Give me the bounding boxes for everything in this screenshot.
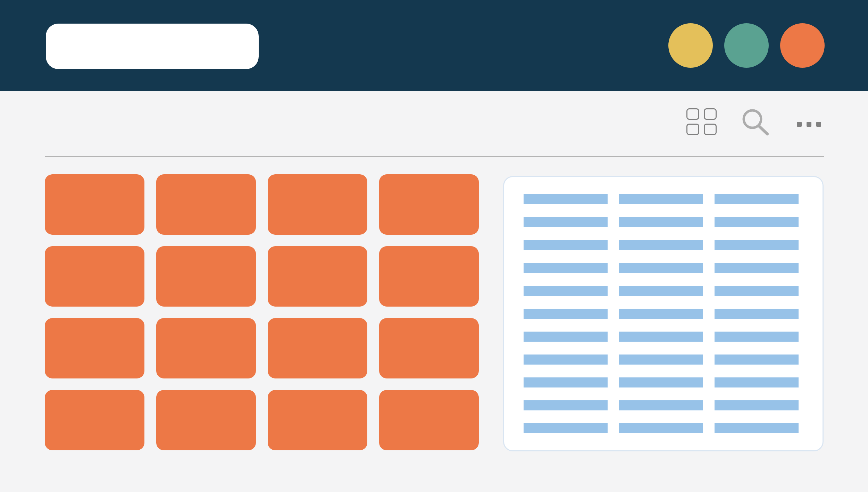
title-bar — [0, 0, 868, 91]
window-control-yellow[interactable] — [668, 23, 713, 68]
tile[interactable] — [268, 174, 367, 235]
ellipsis-dot — [816, 122, 821, 127]
grid-view-icon-cell — [704, 124, 717, 135]
tile-grid — [45, 174, 479, 450]
table-bar — [619, 194, 703, 204]
table-bar — [524, 355, 608, 365]
table-bar — [524, 217, 608, 227]
grid-view-icon-cell — [686, 108, 699, 120]
tile[interactable] — [156, 174, 256, 235]
table-bar — [715, 263, 799, 273]
address-bar[interactable] — [46, 24, 259, 69]
table-bar — [524, 240, 608, 250]
tile[interactable] — [45, 318, 144, 378]
table-bar — [619, 423, 703, 433]
table-bar — [524, 377, 608, 387]
table-bar — [715, 355, 799, 365]
grid-view-icon[interactable] — [686, 108, 717, 135]
table-bar — [715, 332, 799, 342]
tile[interactable] — [379, 174, 479, 235]
tile[interactable] — [45, 390, 144, 450]
tile[interactable] — [379, 318, 479, 378]
window-control-orange[interactable] — [780, 23, 825, 68]
table-bar — [715, 217, 799, 227]
table-bar-grid — [524, 194, 799, 433]
table-bar — [524, 309, 608, 319]
table-bar — [619, 309, 703, 319]
tile[interactable] — [268, 318, 367, 378]
table-bar — [619, 332, 703, 342]
table-bar — [715, 423, 799, 433]
tile[interactable] — [156, 246, 256, 307]
table-bar — [619, 217, 703, 227]
tile[interactable] — [379, 390, 479, 450]
table-bar — [619, 355, 703, 365]
table-bar — [715, 286, 799, 296]
table-bar — [715, 240, 799, 250]
grid-view-icon-cell — [686, 124, 699, 135]
table-bar — [524, 332, 608, 342]
table-bar — [619, 240, 703, 250]
table-bar — [524, 194, 608, 204]
browser-window — [0, 0, 868, 492]
ellipsis-dot — [807, 122, 811, 127]
table-bar — [524, 423, 608, 433]
grid-view-icon-cell — [704, 108, 717, 120]
tile[interactable] — [268, 390, 367, 450]
table-bar — [524, 400, 608, 410]
tile[interactable] — [45, 246, 144, 307]
table-bar — [619, 263, 703, 273]
ellipsis-dot — [797, 122, 802, 127]
table-bar — [715, 400, 799, 410]
table-bar — [619, 377, 703, 387]
table-bar — [524, 286, 608, 296]
toolbar-divider — [45, 156, 824, 157]
tile[interactable] — [45, 174, 144, 235]
table-card — [503, 176, 824, 451]
table-bar — [715, 377, 799, 387]
table-bar — [619, 286, 703, 296]
table-bar — [715, 309, 799, 319]
window-controls — [668, 23, 825, 68]
tile[interactable] — [156, 318, 256, 378]
table-bar — [715, 194, 799, 204]
ellipsis-icon[interactable] — [797, 122, 821, 127]
tile[interactable] — [268, 246, 367, 307]
tile[interactable] — [379, 246, 479, 307]
table-bar — [619, 400, 703, 410]
table-bar — [524, 263, 608, 273]
window-control-teal[interactable] — [724, 23, 769, 68]
tile[interactable] — [156, 390, 256, 450]
search-icon[interactable] — [739, 106, 770, 137]
